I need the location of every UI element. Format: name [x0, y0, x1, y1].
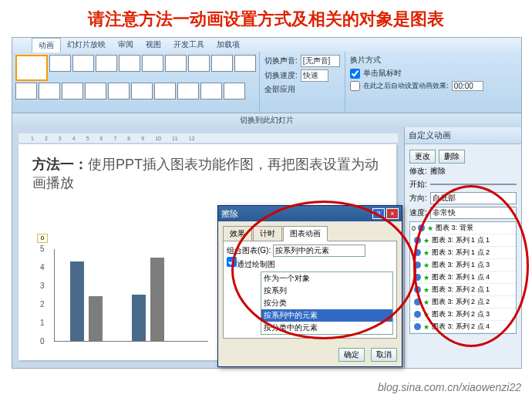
- pane-title: 自定义动画: [405, 127, 521, 144]
- group-dropdown-list[interactable]: 作为一个对象按系列按分类按系列中的元素按分类中的元素: [261, 272, 393, 335]
- group-chart-label: 组合图表(G):: [227, 246, 271, 255]
- close-icon[interactable]: ×: [386, 208, 399, 219]
- anim-item[interactable]: ★图表 3: 系列 2 点 1: [410, 284, 516, 296]
- auto-checkbox[interactable]: [350, 81, 360, 91]
- animation-list[interactable]: 0★图表 3: 背景★图表 3: 系列 1 点 1★图表 3: 系列 1 点 2…: [409, 221, 517, 334]
- tab-addins[interactable]: 加载项: [210, 38, 246, 52]
- tab-view[interactable]: 视图: [140, 38, 167, 52]
- ribbon-group-advance: 换片方式 单击鼠标时 在此之后自动设置动画效果:00:00: [345, 52, 460, 113]
- bar-1: [89, 296, 103, 341]
- sound-select[interactable]: [无声音]: [301, 55, 341, 67]
- anim-item[interactable]: ★图表 3: 系列 2 点 2: [410, 296, 516, 309]
- pane-speed-select[interactable]: 非常快: [430, 207, 517, 219]
- draw-label: 通过绘制图: [237, 260, 275, 268]
- anim-item[interactable]: ★图表 3: 系列 1 点 1: [410, 234, 516, 247]
- ytick: 4: [40, 263, 45, 272]
- on-click-checkbox[interactable]: [350, 69, 360, 79]
- help-icon[interactable]: ?: [372, 208, 385, 219]
- instruction-banner: 请注意方法一动画设置方式及相关的对象是图表: [88, 8, 444, 31]
- dd-option[interactable]: 作为一个对象: [261, 272, 392, 285]
- ok-button[interactable]: 确定: [338, 348, 365, 362]
- auto-label: 在此之后自动设置动画效果:: [363, 81, 449, 91]
- tab-animation[interactable]: 动画: [32, 38, 61, 52]
- anim-item[interactable]: ★图表 3: 系列 1 点 2: [410, 247, 516, 259]
- remove-button[interactable]: 删除: [439, 150, 465, 164]
- on-click-label: 单击鼠标时: [363, 68, 402, 79]
- draw-checkbox[interactable]: [227, 257, 237, 267]
- anim-item[interactable]: ★图表 3: 系列 2 点 3: [410, 309, 516, 321]
- tab-dev[interactable]: 开发工具: [167, 38, 210, 52]
- anim-item[interactable]: ★图表 3: 系列 2 点 4: [410, 321, 516, 333]
- anim-tag: 0: [37, 234, 48, 243]
- modify-value: 擦除: [430, 166, 446, 177]
- cancel-button[interactable]: 取消: [371, 348, 397, 362]
- dd-option[interactable]: 按系列: [261, 285, 392, 297]
- group-chart-select[interactable]: 按系列中的元素: [273, 245, 365, 257]
- ruler: 123456789101112: [19, 133, 398, 143]
- pane-speed-label: 速度:: [409, 207, 427, 218]
- ribbon-group-sound: 切换声音:[无声音] 切换速度:快速 全部应用: [259, 52, 345, 113]
- custom-animation-pane: 自定义动画 更改删除 修改:擦除 开始: 方向:自底部 速度:非常快 0★图表 …: [404, 127, 521, 368]
- bar-2: [132, 295, 146, 341]
- dd-option[interactable]: 按分类: [261, 297, 392, 309]
- auto-time[interactable]: 00:00: [452, 81, 483, 91]
- chart[interactable]: 012345 0: [37, 238, 214, 346]
- dd-option[interactable]: 按系列中的元素: [261, 309, 392, 322]
- tab-slideshow[interactable]: 幻灯片放映: [61, 38, 112, 52]
- modify-label: 修改:: [409, 166, 427, 177]
- ytick: 5: [40, 245, 45, 253]
- dlg-tab-timing[interactable]: 计时: [253, 226, 282, 241]
- change-button[interactable]: 更改: [409, 150, 436, 164]
- start-label: 开始:: [409, 179, 427, 190]
- bar-0: [70, 261, 84, 341]
- dialog-title: 擦除: [221, 208, 238, 220]
- bar-3: [150, 258, 164, 341]
- speed-label: 切换速度:: [264, 70, 298, 81]
- anim-item[interactable]: ★图表 3: 系列 1 点 4: [410, 272, 516, 284]
- slide-title: 方法一：使用PPT插入图表功能作图，再把图表设置为动画播放: [32, 155, 382, 192]
- ribbon-tabs: 动画 幻灯片放映 审阅 视图 开发工具 加载项: [12, 38, 521, 52]
- ytick: 1: [40, 319, 45, 327]
- direction-label: 方向:: [409, 193, 427, 204]
- direction-select[interactable]: 自底部: [430, 192, 517, 204]
- ytick: 0: [40, 337, 45, 346]
- advance-title: 换片方式: [350, 55, 456, 66]
- ribbon: 切换声音:[无声音] 切换速度:快速 全部应用 换片方式 单击鼠标时 在此之后自…: [12, 52, 521, 113]
- dlg-tab-effect[interactable]: 效果: [223, 226, 252, 241]
- speed-select[interactable]: 快速: [301, 69, 328, 82]
- ytick: 3: [40, 282, 45, 290]
- effect-dialog: 擦除 ?× 效果 计时 图表动画 组合图表(G): 按系列中的元素 通过绘制图 …: [217, 205, 402, 367]
- transition-gallery[interactable]: [12, 52, 259, 113]
- tab-review[interactable]: 审阅: [112, 38, 140, 52]
- start-select[interactable]: [430, 184, 517, 185]
- anim-item[interactable]: 0★图表 3: 背景: [410, 222, 516, 234]
- dd-option[interactable]: 按分类中的元素: [261, 322, 392, 334]
- ytick: 2: [40, 300, 45, 309]
- slide-caption: 切换到此幻灯片: [12, 113, 521, 127]
- dlg-tab-chartanim[interactable]: 图表动画: [283, 226, 328, 241]
- apply-all-button[interactable]: 全部应用: [264, 84, 295, 95]
- watermark: blog.sina.com.cn/xiaowenzi22: [378, 381, 521, 393]
- anim-item[interactable]: ★图表 3: 系列 1 点 3: [410, 259, 516, 272]
- sound-label: 切换声音:: [264, 56, 298, 66]
